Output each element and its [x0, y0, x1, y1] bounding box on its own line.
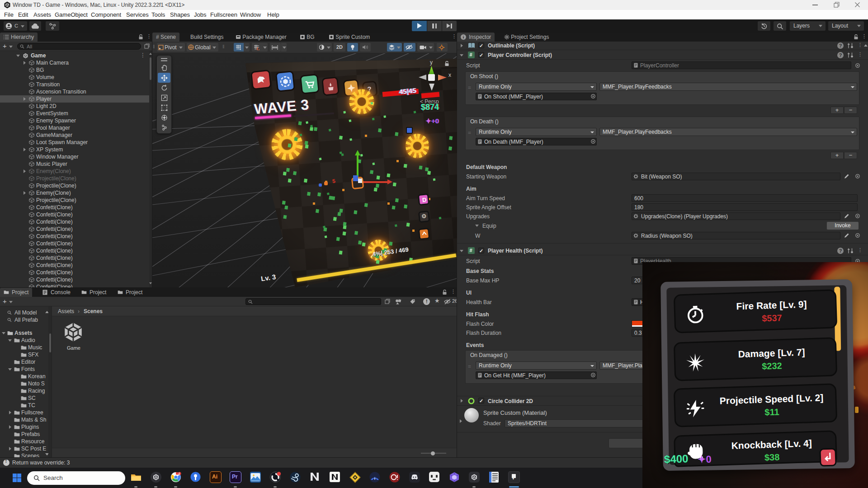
svg-text:2: 2 [179, 472, 180, 475]
